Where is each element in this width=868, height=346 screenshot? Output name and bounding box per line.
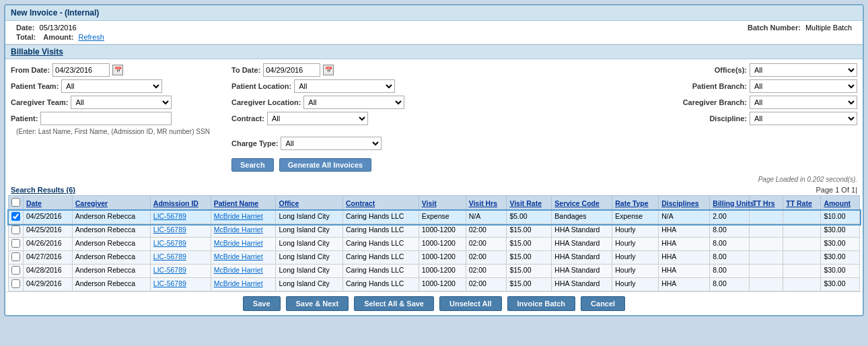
filter-row-1: From Date: 📅 To Date: 📅 Office(s): All (11, 63, 857, 77)
generate-button[interactable]: Generate All Invoices (279, 158, 371, 172)
col-header-admission-id[interactable]: Admission ID (150, 196, 211, 211)
discipline-select[interactable]: All (750, 112, 857, 125)
invoice-batch-button[interactable]: Invoice Batch (507, 296, 576, 311)
caregiver-location-select[interactable]: All (303, 96, 404, 109)
col-header-billing-units[interactable]: Billing Units (710, 196, 750, 211)
col-header-tt-rate[interactable]: TT Rate (783, 196, 821, 211)
col-header-rate-type[interactable]: Rate Type (612, 196, 659, 211)
row-rate-type: Hourly (612, 278, 659, 291)
row-admission-id[interactable]: LIC-56789 (150, 238, 211, 251)
row-visit-hrs: 02:00 (466, 251, 507, 265)
col-header-tt-hrs[interactable]: TT Hrs (750, 196, 783, 211)
row-checkbox[interactable] (11, 279, 20, 288)
col-header-visit-hrs[interactable]: Visit Hrs (466, 196, 507, 211)
patient-team-select[interactable]: All (61, 79, 162, 93)
col-header-contract[interactable]: Contract (343, 196, 419, 211)
amount-label: Amount: (43, 33, 73, 41)
col-header-date[interactable]: Date (24, 196, 73, 211)
row-checkbox[interactable] (11, 266, 20, 275)
row-admission-id[interactable]: LIC-56789 (150, 265, 211, 278)
charge-type-label: Charge Type: (231, 139, 278, 147)
patient-team-label: Patient Team: (11, 82, 59, 90)
col-header-service-code[interactable]: Service Code (552, 196, 612, 211)
row-patient-name[interactable]: McBride Harriet (211, 211, 276, 224)
save-next-button[interactable]: Save & Next (286, 296, 349, 311)
col-header-patient-name[interactable]: Patient Name (211, 196, 276, 211)
col-header-amount[interactable]: Amount (821, 196, 860, 211)
row-patient-name-link[interactable]: McBride Harriet (214, 239, 263, 247)
unselect-all-button[interactable]: Unselect All (439, 296, 502, 311)
title-bar: New Invoice - (Internal) (5, 5, 863, 21)
select-all-checkbox[interactable] (11, 198, 20, 207)
row-contract: Caring Hands LLC (343, 265, 419, 278)
row-visit-hrs: 02:00 (466, 265, 507, 278)
patient-location-select[interactable]: All (294, 79, 395, 93)
refresh-link[interactable]: Refresh (78, 33, 104, 41)
row-admission-id-link[interactable]: LIC-56789 (153, 279, 186, 287)
row-checkbox[interactable] (11, 252, 20, 261)
results-table-container: Date Caregiver Admission ID Patient Name… (5, 195, 863, 291)
row-patient-name-link[interactable]: McBride Harriet (214, 279, 263, 287)
to-date-input[interactable] (263, 63, 320, 77)
row-admission-id[interactable]: LIC-56789 (150, 224, 211, 238)
row-admission-id-link[interactable]: LIC-56789 (153, 266, 186, 274)
to-date-calendar-icon[interactable]: 📅 (323, 65, 334, 75)
offices-select[interactable]: All (750, 63, 857, 77)
contract-select[interactable]: All (267, 112, 368, 125)
row-amount: $30.00 (821, 238, 860, 251)
row-amount: $30.00 (821, 251, 860, 265)
header-info: Date: 05/13/2016 Total: Amount: Refresh … (5, 21, 863, 44)
patient-branch-select[interactable]: All (750, 79, 857, 93)
caregiver-team-select[interactable]: All (71, 96, 172, 109)
row-patient-name-link[interactable]: McBride Harriet (214, 212, 263, 220)
row-patient-name[interactable]: McBride Harriet (211, 224, 276, 238)
col-header-disciplines[interactable]: Disciplines (659, 196, 710, 211)
row-patient-name-link[interactable]: McBride Harriet (214, 226, 263, 234)
row-admission-id-link[interactable]: LIC-56789 (153, 239, 186, 247)
from-date-calendar-icon[interactable]: 📅 (112, 65, 123, 75)
row-patient-name[interactable]: McBride Harriet (211, 265, 276, 278)
window-title: New Invoice - (Internal) (11, 8, 99, 18)
row-visit-hrs: N/A (466, 211, 507, 224)
row-date: 04/27/2016 (24, 251, 73, 265)
row-admission-id-link[interactable]: LIC-56789 (153, 226, 186, 234)
row-billing-units: 8.00 (710, 224, 750, 238)
row-admission-id[interactable]: LIC-56789 (150, 278, 211, 291)
col-header-office[interactable]: Office (276, 196, 343, 211)
row-patient-name[interactable]: McBride Harriet (211, 238, 276, 251)
row-checkbox[interactable] (11, 226, 20, 234)
filter-row-5: Charge Type: All (11, 137, 857, 150)
row-checkbox[interactable] (11, 239, 20, 248)
filter-row-3: Caregiver Team: All Caregiver Location: … (11, 96, 857, 109)
caregiver-branch-select[interactable]: All (750, 96, 857, 109)
row-admission-id[interactable]: LIC-56789 (150, 251, 211, 265)
charge-type-select[interactable]: All (281, 137, 382, 150)
col-header-caregiver[interactable]: Caregiver (72, 196, 150, 211)
cancel-button[interactable]: Cancel (581, 296, 625, 311)
row-patient-name-link[interactable]: McBride Harriet (214, 252, 263, 261)
col-header-visit[interactable]: Visit (419, 196, 466, 211)
row-caregiver: Anderson Rebecca (72, 238, 150, 251)
row-checkbox[interactable] (11, 212, 20, 221)
row-contract: Caring Hands LLC (343, 251, 419, 265)
col-header-visit-rate[interactable]: Visit Rate (507, 196, 552, 211)
save-button[interactable]: Save (243, 296, 281, 311)
row-admission-id-link[interactable]: LIC-56789 (153, 212, 186, 220)
row-visit-hrs: 02:00 (466, 238, 507, 251)
row-admission-id[interactable]: LIC-56789 (150, 211, 211, 224)
row-visit-rate: $15.00 (507, 224, 552, 238)
select-all-save-button[interactable]: Select All & Save (354, 296, 434, 311)
row-patient-name-link[interactable]: McBride Harriet (214, 266, 263, 274)
footer-buttons: Save Save & Next Select All & Save Unsel… (5, 291, 863, 315)
from-date-input[interactable] (52, 63, 110, 77)
row-visit-hrs: 02:00 (466, 278, 507, 291)
date-row: Date: 05/13/2016 (16, 24, 104, 32)
row-checkbox (9, 238, 24, 251)
row-patient-name[interactable]: McBride Harriet (211, 278, 276, 291)
patient-input[interactable] (40, 112, 172, 125)
row-service-code: HHA Standard (552, 238, 612, 251)
search-button[interactable]: Search (231, 158, 274, 172)
row-disciplines: HHA (659, 238, 710, 251)
row-admission-id-link[interactable]: LIC-56789 (153, 252, 186, 261)
row-patient-name[interactable]: McBride Harriet (211, 251, 276, 265)
